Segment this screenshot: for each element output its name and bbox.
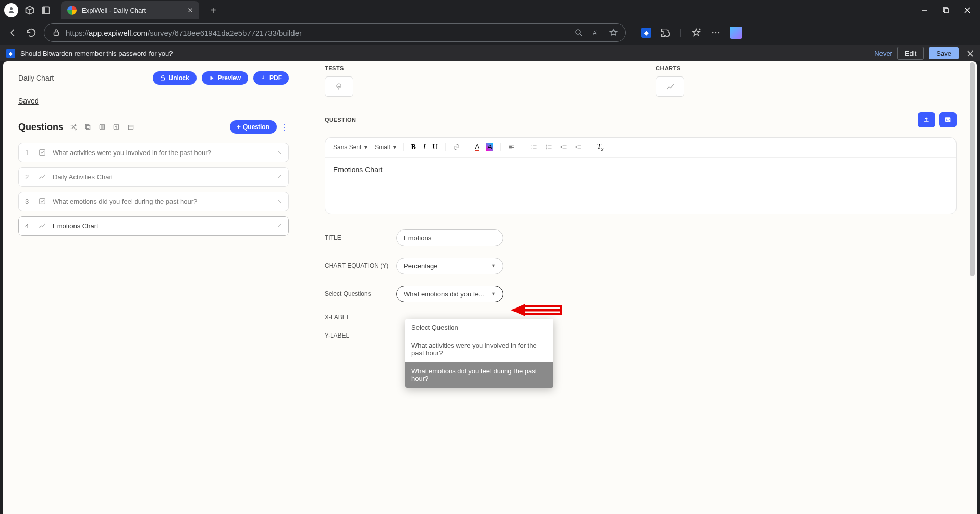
question-item-4[interactable]: 4 Emotions Chart	[18, 216, 289, 236]
checkbox-icon	[38, 197, 46, 205]
favorite-icon[interactable]	[609, 28, 618, 37]
question-item-2[interactable]: 2 Daily Activities Chart	[18, 167, 289, 187]
pdf-button[interactable]: PDF	[253, 71, 289, 85]
refresh-button[interactable]	[26, 27, 37, 38]
question-item-3[interactable]: 3 What emotions did you feel during the …	[18, 192, 289, 211]
remove-question-icon[interactable]	[276, 149, 282, 156]
svg-point-22	[546, 147, 547, 148]
editor-toolbar: Sans Serif ▾ Small ▾ B I U A A	[325, 138, 956, 158]
chart-icon	[38, 222, 46, 230]
profile-avatar[interactable]	[4, 3, 18, 17]
select-questions-dropdown[interactable]: What emotions did you feel during ...▼	[396, 286, 503, 302]
remove-question-icon[interactable]	[276, 198, 282, 204]
svg-rect-15	[128, 125, 133, 130]
link-button[interactable]	[453, 143, 460, 151]
infobar-save-button[interactable]: Save	[929, 47, 959, 59]
svg-text:?: ?	[115, 125, 117, 129]
tab-title: ExpiWell - Daily Chart	[82, 7, 182, 14]
question-text: What activities were you involved in for…	[53, 149, 270, 157]
editor-body[interactable]: Emotions Chart	[325, 158, 956, 214]
tab-favicon	[67, 6, 77, 15]
scrollbar[interactable]	[969, 61, 976, 514]
font-size-select[interactable]: Small ▾	[375, 144, 396, 151]
title-input[interactable]	[396, 229, 503, 246]
remove-question-icon[interactable]	[276, 223, 282, 229]
new-tab-button[interactable]: +	[210, 5, 216, 16]
outdent-button[interactable]	[560, 143, 568, 151]
font-family-select[interactable]: Sans Serif ▾	[333, 144, 368, 151]
extensions-icon[interactable]	[660, 28, 671, 38]
browser-tab[interactable]: ExpiWell - Daily Chart	[61, 1, 199, 19]
unordered-list-button[interactable]	[545, 143, 553, 151]
workspaces-icon[interactable]	[24, 5, 35, 15]
bitwarden-extension-icon[interactable]: ◆	[641, 28, 651, 38]
image-button[interactable]	[939, 112, 957, 127]
svg-point-21	[546, 145, 547, 146]
upload-media-button[interactable]	[918, 112, 935, 127]
shuffle-icon[interactable]	[69, 123, 78, 131]
checkbox-icon	[38, 148, 46, 157]
clear-format-button[interactable]: Tx	[597, 143, 603, 152]
svg-rect-10	[86, 125, 90, 129]
window-minimize-icon[interactable]	[921, 7, 928, 14]
tests-label: TESTS	[325, 65, 625, 71]
select-questions-menu: Select Question What activities were you…	[405, 319, 553, 388]
remove-question-icon[interactable]	[276, 174, 282, 180]
right-panel: TESTS CHARTS QUESTION	[304, 61, 977, 514]
dropdown-option-2[interactable]: What emotions did you feel during the pa…	[405, 362, 553, 388]
preview-button[interactable]: Preview	[202, 71, 248, 85]
browser-toolbar: https://app.expiwell.com/survey/6718ee61…	[0, 20, 980, 45]
svg-rect-11	[85, 124, 89, 128]
italic-button[interactable]: I	[423, 143, 426, 151]
help-icon[interactable]: ?	[112, 123, 120, 131]
svg-point-23	[546, 149, 547, 150]
infobar-edit-button[interactable]: Edit	[897, 47, 924, 60]
add-question-button[interactable]: +Question	[230, 120, 277, 134]
questions-more-icon[interactable]: ⋮	[281, 122, 289, 132]
title-label: TITLE	[325, 234, 396, 241]
x-label: X-LABEL	[325, 314, 396, 321]
align-button[interactable]	[508, 143, 516, 151]
svg-point-5	[576, 30, 580, 34]
underline-button[interactable]: U	[432, 143, 437, 151]
chart-icon	[38, 173, 46, 181]
site-info-icon[interactable]	[52, 28, 61, 37]
app-viewport: Daily Chart Unlock Preview PDF Saved Que…	[3, 61, 977, 514]
zoom-icon[interactable]	[574, 28, 583, 37]
window-maximize-icon[interactable]	[942, 7, 949, 14]
bold-button[interactable]: B	[411, 143, 415, 151]
window-close-icon[interactable]	[964, 7, 971, 14]
archive-icon[interactable]	[127, 123, 135, 131]
more-menu-icon[interactable]	[710, 28, 721, 38]
ordered-list-button[interactable]	[530, 143, 538, 151]
indent-button[interactable]	[575, 143, 582, 151]
copilot-icon[interactable]	[730, 27, 742, 39]
saved-status[interactable]: Saved	[18, 97, 289, 105]
chart-equation-select[interactable]: Percentage▼	[396, 258, 503, 274]
copy-icon[interactable]	[84, 123, 92, 131]
infobar-close-icon[interactable]	[967, 50, 974, 57]
svg-point-8	[715, 32, 717, 34]
bitwarden-infobar-icon: ◆	[6, 49, 15, 58]
svg-rect-1	[42, 7, 45, 13]
unlock-button[interactable]: Unlock	[153, 71, 197, 85]
tab-close-icon[interactable]	[187, 7, 194, 14]
tab-actions-icon[interactable]	[41, 5, 51, 15]
text-color-button[interactable]: A	[475, 143, 480, 151]
tests-chip[interactable]	[325, 76, 353, 97]
back-button[interactable]	[7, 27, 18, 38]
list-icon[interactable]	[98, 123, 106, 131]
question-item-1[interactable]: 1 What activities were you involved in f…	[18, 143, 289, 162]
infobar-never-link[interactable]: Never	[874, 49, 892, 57]
favorites-bar-icon[interactable]	[691, 28, 701, 38]
dropdown-option-1[interactable]: What activities were you involved in for…	[405, 337, 553, 362]
svg-rect-16	[40, 150, 45, 156]
charts-chip[interactable]	[656, 76, 684, 97]
address-bar[interactable]: https://app.expiwell.com/survey/6718ee61…	[44, 23, 626, 42]
read-aloud-icon[interactable]: A⁾	[592, 28, 601, 37]
question-list: 1 What activities were you involved in f…	[18, 143, 289, 236]
question-number: 1	[25, 149, 32, 157]
svg-rect-3	[944, 9, 948, 13]
highlight-button[interactable]: A	[486, 143, 493, 151]
charts-label: CHARTS	[656, 65, 957, 71]
